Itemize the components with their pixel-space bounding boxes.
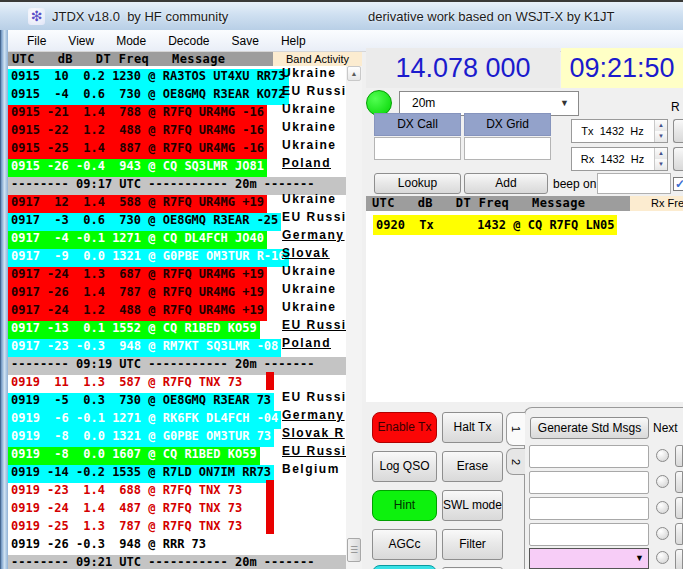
tx-message-field-3[interactable] xyxy=(529,497,649,520)
log-qso-button[interactable]: Log QSO xyxy=(372,451,437,482)
country-label: Ukraine xyxy=(282,120,337,138)
country-label: Germany xyxy=(282,408,345,426)
tx-period-marker xyxy=(266,516,274,534)
decode-row[interactable]: 0919 -23 1.4 688 @ R7FQ TNX 73 xyxy=(8,480,346,498)
scrollbar-thumb[interactable]: ☰ xyxy=(347,538,361,562)
country-label: Ukraine xyxy=(282,300,337,318)
hint-button[interactable]: Hint xyxy=(372,490,437,521)
rx-frequency-tab[interactable]: Rx Frequency xyxy=(630,196,683,211)
tx-now-button-3[interactable] xyxy=(675,497,683,519)
decode-row[interactable]: 0919 -6 -0.1 1271 @ RK6FK DL4FCH -04Germ… xyxy=(8,408,346,426)
decode-row[interactable]: 0915 -25 1.4 887 @ R7FQ UR4MG -16Ukraine xyxy=(8,138,346,156)
message-tab-2[interactable]: 2 xyxy=(506,448,525,475)
band-activity-rows: 0915 10 0.2 1230 @ RA3TOS UT4XU RR73Ukra… xyxy=(8,66,346,569)
jtdx-main-window: ❇ JTDX v18.0 by HF community derivative … xyxy=(0,0,683,569)
halt-tx-button[interactable]: Halt Tx xyxy=(442,412,503,443)
enable-tx-button[interactable]: Enable Tx xyxy=(372,412,437,443)
message-tab-1[interactable]: 1 xyxy=(506,412,525,446)
partial-cyan-button[interactable] xyxy=(372,565,437,569)
swl-mode-button[interactable]: SWL mode xyxy=(442,490,503,521)
country-label: EU Russia xyxy=(282,444,346,462)
rx-offset-spinner[interactable]: Rx 1432 Hz ▲▼ xyxy=(571,147,668,171)
lookup-button[interactable]: Lookup xyxy=(374,173,461,194)
dx-call-label: DX Call xyxy=(374,113,461,136)
decode-row[interactable]: 0919 -26 -0.3 948 @ RRR 73 xyxy=(8,534,346,552)
menu-save[interactable]: Save xyxy=(221,31,270,51)
menu-decode[interactable]: Decode xyxy=(157,31,220,51)
tx-now-button-1[interactable] xyxy=(675,445,683,467)
decode-row[interactable]: 0917 -3 0.6 730 @ OE8GMQ R3EAR -25EU Rus… xyxy=(8,210,346,228)
menu-file[interactable]: File xyxy=(16,31,57,51)
beep-checkbox[interactable]: ✓ xyxy=(673,177,683,191)
band-activity-scrollbar[interactable]: ▲ ☰ xyxy=(346,66,362,569)
decode-row[interactable]: 0915 -22 1.2 488 @ R7FQ UR4MG -16Ukraine xyxy=(8,120,346,138)
utc-clock: 09:21:50 xyxy=(561,48,683,88)
beep-on-label: beep on xyxy=(553,177,596,191)
decode-row[interactable]: 0919 -14 -0.2 1535 @ R7LD ON7IM RR73Belg… xyxy=(8,462,346,480)
dx-grid-input[interactable] xyxy=(464,137,551,160)
country-label: Ukraine xyxy=(282,102,337,120)
free-message-combo[interactable]: ▼ xyxy=(529,548,649,569)
decode-row[interactable]: 0917 -4 -0.1 1271 @ CQ DL4FCH JO40German… xyxy=(8,228,346,246)
erase-button[interactable]: Erase xyxy=(442,451,503,482)
decode-row[interactable]: 0917 -13 0.1 1552 @ CQ R1BED KO59EU Russ… xyxy=(8,318,346,336)
next-radio-5[interactable] xyxy=(656,551,669,564)
menu-mode[interactable]: Mode xyxy=(105,31,157,51)
next-radio-3[interactable] xyxy=(656,501,669,514)
generate-std-msgs-button[interactable]: Generate Std Msgs xyxy=(530,417,649,439)
decode-row[interactable]: 0919 -24 1.4 487 @ R7FQ TNX 73 xyxy=(8,498,346,516)
decode-row[interactable]: 0917 -23 -0.3 948 @ RM7KT SQ3LMR -08Pola… xyxy=(8,336,346,354)
beep-on-input[interactable] xyxy=(597,173,671,194)
next-radio-1[interactable] xyxy=(656,449,669,462)
spinner-arrows-icon[interactable]: ▲▼ xyxy=(654,148,667,170)
tx-now-button-5[interactable] xyxy=(675,549,683,569)
dx-call-input[interactable] xyxy=(374,137,461,160)
country-label: EU Russia xyxy=(282,390,346,408)
decode-row[interactable]: 0919 -8 0.0 1607 @ CQ R1BED KO59EU Russi… xyxy=(8,444,346,462)
tx-offset-side-button[interactable] xyxy=(673,119,683,143)
title-bar[interactable]: ❇ JTDX v18.0 by HF community derivative … xyxy=(0,0,683,30)
tx-offset-spinner[interactable]: Tx 1432 Hz ▲▼ xyxy=(571,119,668,143)
menu-help[interactable]: Help xyxy=(270,31,317,51)
next-radio-4[interactable] xyxy=(656,527,669,540)
tx-now-button-4[interactable] xyxy=(675,523,683,545)
menu-view[interactable]: View xyxy=(57,31,105,51)
rx-frequency-column-header: UTC dB DT Freq Message xyxy=(366,196,630,211)
country-label: Ukraine xyxy=(282,264,337,282)
rx-offset-side-button[interactable] xyxy=(673,147,683,171)
decode-row[interactable]: 0919 -5 0.3 730 @ OE8GMQ R3EAR 73EU Russ… xyxy=(8,390,346,408)
country-label: Belgium xyxy=(282,462,340,480)
country-label: EU Russia xyxy=(282,318,346,336)
decode-row[interactable]: 0919 11 1.3 587 @ R7FQ TNX 73 xyxy=(8,372,346,390)
band-activity-panel: UTC dB DT Freq Message Band Activity 091… xyxy=(8,52,362,569)
decode-text: 0920 Tx 1432 @ CQ R7FQ LN05 xyxy=(373,215,617,235)
tx-message-field-4[interactable] xyxy=(529,523,649,546)
decode-row[interactable]: 0919 -8 0.0 1321 @ G0PBE OM3TUR 73Slovak… xyxy=(8,426,346,444)
interval-separator-row: -------- 09:17 UTC ----------- 20m -----… xyxy=(8,174,346,192)
country-label: Ukraine xyxy=(282,282,337,300)
decode-row[interactable]: 0917 -9 0.0 1321 @ G0PBE OM3TUR R-16Slov… xyxy=(8,246,346,264)
agcc-button[interactable]: AGCc xyxy=(372,529,437,560)
chevron-down-icon: ▼ xyxy=(560,92,569,115)
decode-row[interactable]: 0917 -24 1.3 687 @ R7FQ UR4MG +19Ukraine xyxy=(8,264,346,282)
decode-row[interactable]: 0915 -4 0.6 730 @ OE8GMQ R3EAR KO72EU Ru… xyxy=(8,84,346,102)
decode-row[interactable]: 0917 -24 1.2 488 @ R7FQ UR4MG +19Ukraine xyxy=(8,300,346,318)
tx-message-field-2[interactable] xyxy=(529,471,649,494)
band-activity-tab[interactable]: Band Activity xyxy=(273,52,362,66)
next-radio-2[interactable] xyxy=(656,475,669,488)
country-label: Ukraine xyxy=(282,138,337,156)
tx-now-button-2[interactable] xyxy=(675,471,683,493)
tx-message-field-1[interactable] xyxy=(529,445,649,468)
spinner-arrows-icon[interactable]: ▲▼ xyxy=(654,120,667,142)
decode-row[interactable]: 0917 -26 1.4 787 @ R7FQ UR4MG +19Ukraine xyxy=(8,282,346,300)
decode-row[interactable]: 0917 12 1.4 588 @ R7FQ UR4MG +19Ukraine xyxy=(8,192,346,210)
dx-grid-label: DX Grid xyxy=(464,113,551,136)
decode-row[interactable]: 0915 10 0.2 1230 @ RA3TOS UT4XU RR73Ukra… xyxy=(8,66,346,84)
filter-button[interactable]: Filter xyxy=(442,529,503,560)
decode-row[interactable]: 0920 Tx 1432 @ CQ R7FQ LN05 xyxy=(373,215,617,233)
add-button[interactable]: Add xyxy=(464,173,548,194)
decode-row[interactable]: 0919 -25 1.3 787 @ R7FQ TNX 73 xyxy=(8,516,346,534)
decode-row[interactable]: 0915 -26 -0.4 943 @ CQ SQ3LMR JO81Poland xyxy=(8,156,346,174)
scroll-up-arrow-icon[interactable]: ▲ xyxy=(347,66,361,81)
decode-row[interactable]: 0915 -21 1.4 788 @ R7FQ UR4MG -16Ukraine xyxy=(8,102,346,120)
